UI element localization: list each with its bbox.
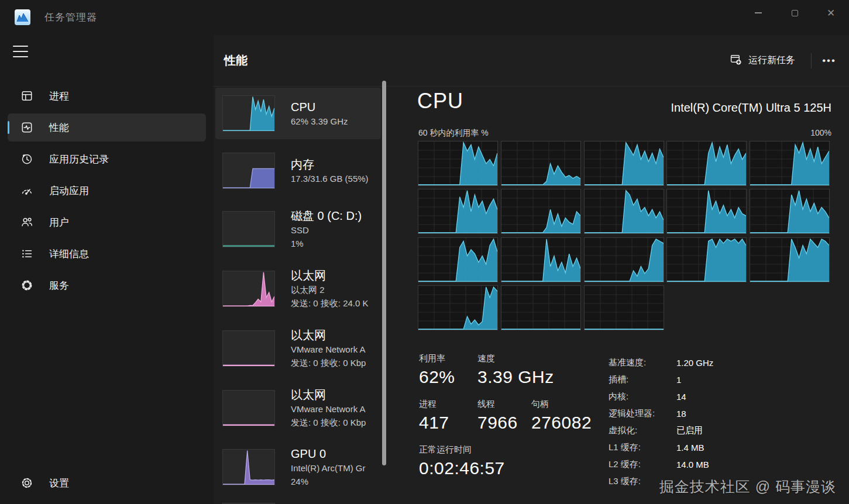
cpu-core-graph bbox=[418, 237, 498, 282]
cpu-core-graph bbox=[750, 237, 830, 282]
ethernet-thumbnail-chart bbox=[222, 330, 275, 367]
list-scrollbar[interactable] bbox=[382, 81, 386, 465]
cpu-core-graph bbox=[750, 141, 830, 186]
list-item-memory[interactable]: 内存 17.3/31.6 GB (55%) bbox=[215, 145, 381, 196]
stat-uptime: 正常运行时间 0:02:46:57 bbox=[419, 444, 505, 478]
sidebar-item-services[interactable]: 服务 bbox=[8, 271, 206, 299]
ethernet-thumbnail-chart bbox=[222, 271, 275, 307]
sidebar-item-details[interactable]: 详细信息 bbox=[8, 240, 206, 268]
speedometer-icon bbox=[20, 184, 34, 198]
header-divider bbox=[811, 53, 812, 68]
content-panel: 性能 运行新任务 ••• CPU 62% 3.39 GHz 内存 17.3/31… bbox=[214, 35, 849, 504]
list-item-subtitle: 以太网 2 bbox=[291, 283, 369, 296]
list-item-title: 磁盘 0 (C: D:) bbox=[291, 208, 362, 223]
page-title: 性能 bbox=[224, 35, 248, 86]
cpu-core-graph bbox=[418, 189, 498, 234]
list-item-subtitle: 发送: 0 接收: 24.0 K bbox=[291, 296, 369, 310]
details-list-icon bbox=[20, 247, 34, 261]
list-item-title: 以太网 bbox=[291, 387, 366, 402]
list-item-subtitle: 1% bbox=[291, 237, 362, 250]
list-item-ethernet-1[interactable]: 以太网 以太网 2 发送: 0 接收: 24.0 K bbox=[215, 261, 381, 316]
maximize-icon bbox=[792, 10, 798, 16]
list-item-subtitle: VMware Network A bbox=[291, 343, 366, 356]
list-item-subtitle: VMware Network A bbox=[291, 402, 366, 416]
sidebar-item-startup-apps[interactable]: 启动应用 bbox=[8, 177, 206, 205]
run-new-task-label: 运行新任务 bbox=[748, 54, 795, 67]
spec-row: L2 缓存:14.0 MB bbox=[609, 456, 713, 473]
spec-row: 虚拟化:已启用 bbox=[609, 422, 713, 439]
sidebar-item-settings[interactable]: 设置 bbox=[8, 469, 206, 497]
minimize-icon bbox=[755, 12, 762, 13]
sidebar-item-label: 服务 bbox=[49, 279, 69, 292]
list-item-subtitle: Intel(R) Arc(TM) Gr bbox=[291, 461, 366, 475]
stat-threads: 线程 7966 bbox=[477, 399, 518, 433]
history-clock-icon bbox=[20, 152, 34, 166]
spec-row: 内核:14 bbox=[609, 388, 713, 405]
list-item-title: 内存 bbox=[291, 157, 369, 172]
sidebar-item-label: 启动应用 bbox=[49, 184, 89, 198]
ethernet-thumbnail-chart bbox=[222, 390, 275, 426]
cpu-core-graph bbox=[666, 237, 747, 282]
list-item-gpu[interactable]: GPU 0 Intel(R) Arc(TM) Gr 24% bbox=[215, 440, 381, 495]
sidebar-item-label: 进程 bbox=[49, 89, 69, 103]
processes-icon bbox=[20, 89, 34, 103]
stat-utilization: 利用率 62% bbox=[419, 353, 455, 387]
list-item-subtitle: 发送: 0 接收: 0 Kbp bbox=[291, 416, 366, 429]
spec-row: L1 缓存:1.4 MB bbox=[609, 439, 713, 456]
cpu-core-graph bbox=[666, 141, 747, 186]
cpu-core-graph bbox=[501, 189, 581, 234]
cpu-core-graph bbox=[418, 285, 498, 330]
run-new-task-icon bbox=[730, 53, 742, 68]
run-new-task-button[interactable]: 运行新任务 bbox=[730, 35, 795, 86]
maximize-button[interactable] bbox=[776, 0, 813, 26]
cpu-panel-title: CPU bbox=[417, 89, 463, 113]
titlebar: 任务管理器 ✕ bbox=[0, 0, 849, 35]
close-button[interactable]: ✕ bbox=[813, 0, 849, 26]
sidebar-item-label: 性能 bbox=[49, 121, 69, 134]
list-item-title: GPU 0 bbox=[291, 446, 366, 461]
cpu-core-graph bbox=[501, 237, 581, 282]
sidebar: 进程 性能 应用历史记录 启动应用 用户 bbox=[0, 35, 214, 504]
close-icon: ✕ bbox=[827, 8, 835, 18]
sidebar-item-label: 应用历史记录 bbox=[49, 153, 109, 166]
cpu-core-graphs-grid bbox=[418, 141, 832, 330]
sidebar-item-label: 详细信息 bbox=[49, 247, 89, 261]
sidebar-item-processes[interactable]: 进程 bbox=[8, 82, 206, 110]
cpu-core-graph bbox=[584, 189, 664, 234]
list-item-subtitle: SSD bbox=[291, 223, 362, 237]
sidebar-item-app-history[interactable]: 应用历史记录 bbox=[8, 145, 206, 173]
performance-icon bbox=[20, 120, 34, 134]
list-item-ethernet-2[interactable]: 以太网 VMware Network A 发送: 0 接收: 0 Kbp bbox=[215, 321, 381, 376]
list-item-title: CPU bbox=[291, 99, 348, 115]
stat-handles: 句柄 276082 bbox=[531, 399, 592, 433]
list-item-disk[interactable]: 磁盘 0 (C: D:) SSD 1% bbox=[215, 202, 381, 257]
spec-row: 插槽:1 bbox=[609, 371, 713, 388]
cpu-core-graph bbox=[666, 189, 747, 234]
sidebar-item-label: 设置 bbox=[49, 477, 69, 490]
cpu-core-graph bbox=[418, 141, 498, 186]
sidebar-item-performance[interactable]: 性能 bbox=[8, 113, 206, 141]
app-icon bbox=[15, 9, 30, 25]
sidebar-item-label: 用户 bbox=[49, 216, 69, 229]
memory-thumbnail-chart bbox=[222, 153, 275, 189]
menu-toggle-button[interactable] bbox=[13, 46, 28, 57]
stat-speed: 速度 3.39 GHz bbox=[477, 353, 554, 387]
cpu-core-graph bbox=[584, 285, 664, 330]
list-item-npu[interactable]: NPU 0 bbox=[215, 495, 381, 504]
list-item-cpu[interactable]: CPU 62% 3.39 GHz bbox=[215, 88, 381, 139]
list-item-ethernet-3[interactable]: 以太网 VMware Network A 发送: 0 接收: 0 Kbp bbox=[215, 381, 381, 436]
gpu-thumbnail-chart bbox=[222, 449, 275, 485]
spec-row: 逻辑处理器:18 bbox=[609, 405, 713, 422]
processor-name: Intel(R) Core(TM) Ultra 5 125H bbox=[671, 101, 831, 115]
more-options-icon[interactable]: ••• bbox=[817, 35, 841, 86]
window-title: 任务管理器 bbox=[44, 0, 97, 35]
stat-processes: 进程 417 bbox=[419, 399, 449, 433]
cpu-core-graph bbox=[584, 237, 664, 282]
minimize-button[interactable] bbox=[740, 0, 776, 26]
services-gear-icon bbox=[20, 278, 34, 292]
list-item-subtitle: 17.3/31.6 GB (55%) bbox=[291, 172, 369, 185]
sidebar-item-users[interactable]: 用户 bbox=[8, 208, 206, 236]
cpu-core-graph bbox=[584, 141, 664, 186]
list-item-subtitle: 62% 3.39 GHz bbox=[291, 115, 348, 128]
disk-thumbnail-chart bbox=[222, 211, 275, 247]
